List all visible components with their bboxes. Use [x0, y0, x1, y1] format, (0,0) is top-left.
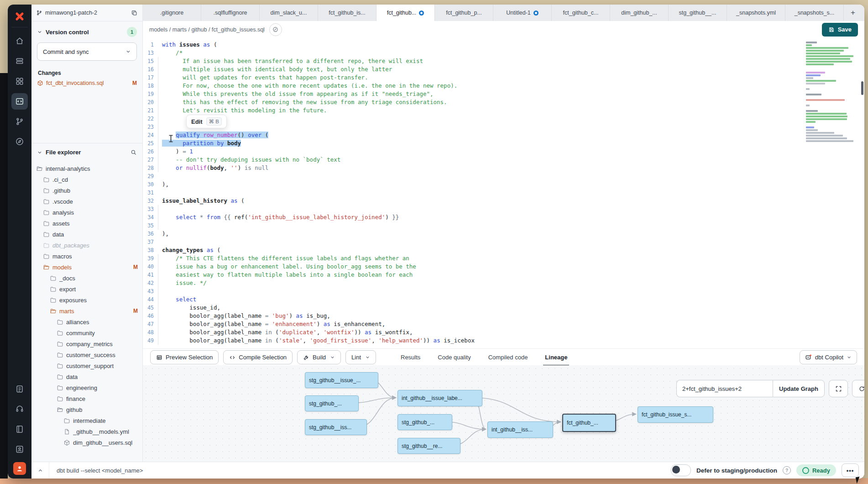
edit-popup[interactable]: Edit ⌘ B [186, 115, 227, 128]
file-tree-item-_docs[interactable]: _docs [31, 273, 142, 284]
lineage-panel[interactable]: stg_github__issue_...stg_github_...stg_g… [143, 365, 864, 462]
panel-tab-compiled-code[interactable]: Compiled code [488, 349, 528, 366]
file-tree-item-engineering[interactable]: engineering [31, 382, 142, 393]
editor-tab[interactable]: _snapshots_s... [785, 5, 844, 21]
lineage-node-n2[interactable]: stg_github_... [305, 395, 359, 411]
edit-popup-label[interactable]: Edit [191, 118, 203, 125]
docs-clipboard-icon[interactable] [11, 381, 28, 397]
file-tree-item-data[interactable]: data [31, 371, 142, 382]
notebook-icon[interactable] [11, 421, 28, 437]
panel-tab-results[interactable]: Results [401, 349, 420, 366]
file-tree-item-macros[interactable]: macros [31, 251, 142, 262]
lineage-node-n9[interactable]: fct_github_issue_s... [638, 406, 713, 423]
panel-tab-lineage[interactable]: Lineage [545, 349, 567, 366]
dbt-copilot-button[interactable]: dbt Copilot [800, 350, 857, 364]
minimap[interactable] [806, 42, 857, 143]
lineage-node-n7[interactable]: int_github__iss... [487, 421, 553, 438]
copy-branch-icon[interactable] [131, 10, 138, 16]
lineage-node-n8[interactable]: fct_github_... [562, 414, 616, 432]
file-tree-item-export[interactable]: export [31, 284, 142, 295]
file-tree-item-alliances[interactable]: alliances [31, 316, 142, 327]
file-tree-item-.github[interactable]: .github [31, 185, 142, 196]
file-explorer-header[interactable]: File explorer [31, 143, 142, 159]
lineage-node-n5[interactable]: stg_github_... [397, 414, 452, 430]
help-icon[interactable]: ? [783, 466, 791, 474]
editor-tab[interactable]: stg_github__... [669, 5, 727, 21]
editor-tab[interactable]: .sqlfluffignore [201, 5, 260, 21]
ide-icon[interactable] [11, 93, 28, 110]
code-editor[interactable]: 1with issues as (13 /*15 If an issue has… [143, 38, 864, 348]
more-options-button[interactable]: ••• [842, 463, 859, 477]
file-tree-item-models[interactable]: modelsM [31, 262, 142, 273]
lineage-node-n3[interactable]: stg_github__iss... [305, 419, 367, 435]
lint-button[interactable]: Lint [345, 350, 376, 364]
editor-tab[interactable]: fct_github_p... [435, 5, 493, 21]
file-tree-item-customer_success[interactable]: customer_success [31, 349, 142, 360]
file-tree-item-.vscode[interactable]: .vscode [31, 196, 142, 207]
file-tree-item-assets[interactable]: assets [31, 218, 142, 229]
file-tree-item-customer_support[interactable]: customer_support [31, 360, 142, 371]
fullscreen-button[interactable] [829, 380, 848, 397]
build-button[interactable]: Build [297, 350, 341, 364]
defer-toggle[interactable] [671, 464, 691, 476]
file-action-icon[interactable] [269, 23, 282, 36]
refresh-graph-button[interactable] [852, 380, 864, 397]
editor-tab[interactable]: .gitignore [143, 5, 201, 21]
minimap-line [806, 74, 821, 76]
apps-grid-icon[interactable] [11, 73, 28, 89]
editor-tab[interactable]: _snapshots.yml [727, 5, 785, 21]
support-headset-icon[interactable] [11, 401, 28, 417]
lineage-node-n6[interactable]: stg_github__re... [397, 438, 460, 454]
line-number: 44 [143, 295, 154, 304]
dbt-logo-icon[interactable] [13, 10, 26, 23]
lineage-node-n1[interactable]: stg_github__issue_... [305, 372, 378, 388]
compile-selection-button[interactable]: Compile Selection [223, 350, 293, 364]
user-avatar[interactable] [13, 462, 26, 475]
lineage-node-n4[interactable]: int_github__issue_labe... [397, 390, 482, 406]
environments-icon[interactable] [11, 53, 28, 69]
new-tab-button[interactable]: + [844, 5, 862, 21]
git-branch-icon[interactable] [11, 113, 28, 130]
file-tree-item-finance[interactable]: finance [31, 393, 142, 404]
code-line: 43 [143, 287, 864, 295]
editor-tab[interactable]: Untitled-1 [493, 5, 552, 21]
minimap-line [806, 121, 816, 123]
mouse-cursor-ibeam [168, 135, 173, 142]
explore-compass-icon[interactable] [11, 133, 28, 150]
file-tree-item-dbt_packages[interactable]: dbt_packages [31, 240, 142, 251]
preview-selection-button[interactable]: Preview Selection [150, 350, 219, 364]
file-tree-item-marts[interactable]: martsM [31, 305, 142, 316]
editor-scrollbar[interactable] [861, 81, 863, 95]
lineage-selector-input[interactable]: 2+fct_github_issues+2 [676, 380, 773, 397]
save-button[interactable]: Save [822, 23, 858, 37]
editor-tab[interactable]: dim_github_... [610, 5, 669, 21]
file-tree-item-exposures[interactable]: exposures [31, 295, 142, 305]
commit-and-sync-button[interactable]: Commit and sync [37, 42, 137, 61]
file-tree-item-_github__models.yml[interactable]: _github__models.yml [31, 426, 142, 437]
file-tree-item-community[interactable]: community [31, 327, 142, 338]
home-icon[interactable] [11, 33, 28, 49]
file-tree-item-data[interactable]: data [31, 229, 142, 240]
file-tree-item-internal-analytics[interactable]: internal-analytics [31, 163, 142, 174]
version-control-header[interactable]: Version control 1 [31, 21, 142, 41]
file-tree-item-intermediate[interactable]: intermediate [31, 415, 142, 426]
expand-command-panel-button[interactable] [31, 462, 49, 479]
update-graph-button[interactable]: Update Graph [773, 380, 825, 397]
file-tree-item-.ci_cd[interactable]: .ci_cd [31, 174, 142, 185]
search-icon[interactable] [130, 149, 137, 156]
editor-tab[interactable]: fct_github_c... [552, 5, 610, 21]
editor-tab[interactable]: fct_github... [376, 5, 435, 21]
file-tree-item-github[interactable]: github [31, 404, 142, 415]
file-tree-item-dim_github__users.sql[interactable]: dim_github__users.sql [31, 437, 142, 448]
panel-tab-code-quality[interactable]: Code quality [438, 349, 471, 366]
account-badge-icon[interactable] [11, 441, 28, 458]
git-branch-header[interactable]: mirnawong1-patch-2 [31, 5, 142, 21]
changed-file-row[interactable]: fct_dbt_invocations.sqlM [31, 78, 142, 88]
dbt-command-input[interactable]: dbt build --select <model_name> [49, 467, 143, 474]
editor-tab[interactable]: dim_slack_u... [260, 5, 318, 21]
file-tree-label: alliances [66, 319, 89, 326]
editor-tab[interactable]: fct_github_is... [318, 5, 376, 21]
file-tree-item-analysis[interactable]: analysis [31, 207, 142, 218]
file-tree-item-company_metrics[interactable]: company_metrics [31, 338, 142, 349]
main-area: .gitignore.sqlfluffignoredim_slack_u...f… [143, 5, 864, 462]
